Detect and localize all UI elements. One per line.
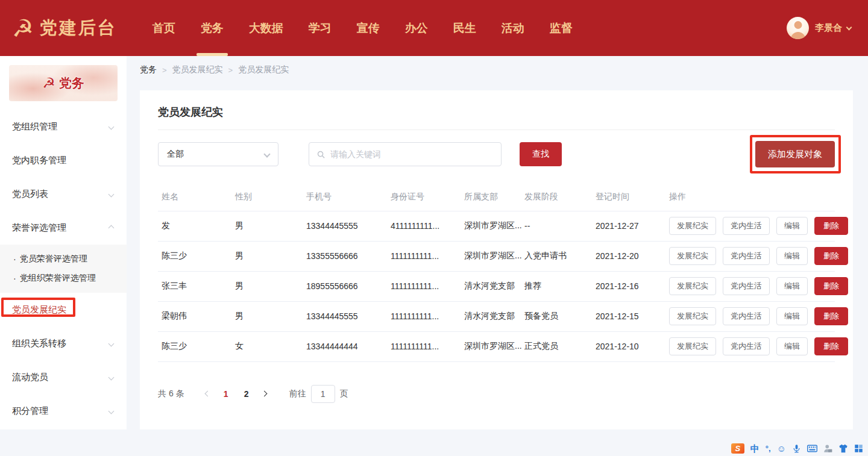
nav-item-office[interactable]: 办公: [392, 0, 441, 56]
breadcrumb-root[interactable]: 党务: [140, 64, 157, 75]
development-record-button[interactable]: 发展纪实: [669, 217, 716, 235]
cell-gender: 男: [231, 211, 303, 241]
pagination-total: 共 6 条: [158, 389, 184, 399]
next-page-button[interactable]: [257, 392, 272, 396]
cell-date: 2021-12-15: [592, 301, 665, 331]
sogou-ime-icon[interactable]: S: [731, 443, 744, 454]
sidebar-item-label: 积分管理: [12, 405, 48, 417]
page-title: 党员发展纪实: [158, 105, 835, 119]
chevron-up-icon: [108, 225, 115, 231]
page-1-button[interactable]: 1: [216, 389, 236, 399]
toolbox-grid-icon[interactable]: [854, 444, 863, 453]
delete-button[interactable]: 删除: [814, 217, 848, 235]
edit-button[interactable]: 编辑: [776, 307, 808, 325]
ime-punctuation-icon[interactable]: °,: [766, 445, 771, 452]
nav-item-supervision[interactable]: 监督: [537, 0, 585, 56]
skin-icon[interactable]: [838, 444, 848, 453]
keyboard-icon[interactable]: [807, 445, 817, 452]
col-header-id-card: 身份证号: [387, 183, 461, 211]
cell-phone: 13344444444: [303, 331, 387, 361]
sidebar-item-label: 流动党员: [12, 372, 48, 383]
row-actions: 发展纪实 党内生活 编辑 删除: [669, 272, 835, 301]
cell-phone: 18955556666: [303, 271, 387, 301]
sidebar-item-member-list[interactable]: 党员列表: [0, 177, 127, 211]
delete-button[interactable]: 删除: [814, 247, 848, 265]
sidebar-item-party-org-mgmt[interactable]: 党组织管理: [0, 110, 127, 143]
sidebar-item-honor-selection-mgmt[interactable]: 荣誉评选管理: [0, 211, 127, 245]
sidebar-item-party-position-mgmt[interactable]: 党内职务管理: [0, 143, 127, 177]
sidebar-banner-label: 党务: [59, 75, 84, 92]
sidebar-subitem-org-honor[interactable]: 党组织荣誉评选管理: [0, 269, 127, 288]
avatar[interactable]: [787, 17, 809, 39]
party-life-button[interactable]: 党内生活: [723, 277, 770, 295]
goto-page-input[interactable]: [311, 385, 335, 403]
edit-button[interactable]: 编辑: [776, 217, 808, 235]
party-emblem-icon: ☭: [42, 75, 55, 92]
username: 李景合: [815, 22, 842, 34]
delete-button[interactable]: 删除: [814, 277, 848, 295]
development-record-button[interactable]: 发展纪实: [669, 307, 716, 325]
nav-item-livelihood[interactable]: 民生: [441, 0, 489, 56]
edit-button[interactable]: 编辑: [776, 247, 808, 265]
cell-id-card: 1111111111...: [387, 271, 461, 301]
category-select[interactable]: 全部: [158, 142, 278, 166]
sidebar-submenu: 党员荣誉评选管理 党组织荣誉评选管理: [0, 245, 127, 293]
members-table: 姓名 性别 手机号 身份证号 所属支部 发展阶段 登记时间 操作 发 男 133…: [158, 183, 835, 362]
cell-name: 陈三少: [158, 331, 231, 361]
app-logo[interactable]: ☭ 党建后台: [0, 16, 117, 40]
sidebar-subitem-label: 党组织荣誉评选管理: [20, 273, 96, 284]
cell-stage: 正式党员: [521, 331, 592, 361]
cell-id-card: 1111111111...: [387, 331, 461, 361]
development-record-button[interactable]: 发展纪实: [669, 337, 716, 355]
chevron-left-icon: [205, 391, 211, 397]
cell-date: 2021-12-27: [592, 211, 665, 241]
sidebar-item-points-mgmt[interactable]: 积分管理: [0, 394, 127, 428]
delete-button[interactable]: 删除: [814, 337, 848, 355]
sidebar-item-label: 党内职务管理: [12, 155, 66, 166]
search-button[interactable]: 查找: [520, 142, 562, 166]
ime-language-mode-icon[interactable]: 中: [750, 444, 760, 453]
sidebar: ☭ 党务 党组织管理 党内职务管理 党员列表 荣誉评选管理 党员荣誉评选管理 党…: [0, 56, 127, 429]
user-mode-icon[interactable]: [823, 444, 832, 453]
nav-item-study[interactable]: 学习: [296, 0, 344, 56]
breadcrumb-level-2[interactable]: 党员发展纪实: [172, 64, 223, 75]
table-row: 陈三少 男 13355556666 1111111111... 深圳市罗湖区..…: [158, 241, 835, 271]
chevron-down-icon: [108, 123, 115, 130]
nav-item-party-affairs[interactable]: 党务: [188, 0, 236, 56]
nav-item-big-data[interactable]: 大数据: [236, 0, 296, 56]
emoji-icon[interactable]: ☺: [777, 444, 786, 453]
cell-name: 梁朝伟: [158, 301, 231, 331]
pagination: 共 6 条 1 2 前往 页: [158, 385, 835, 403]
nav-item-activity[interactable]: 活动: [489, 0, 537, 56]
nav-item-publicity[interactable]: 宣传: [344, 0, 392, 56]
page-2-button[interactable]: 2: [236, 389, 257, 399]
sidebar-item-mobile-members[interactable]: 流动党员: [0, 360, 127, 394]
search-input[interactable]: [330, 149, 494, 159]
development-record-button[interactable]: 发展纪实: [669, 247, 716, 265]
delete-button[interactable]: 删除: [814, 307, 848, 325]
search-box[interactable]: [309, 142, 502, 166]
user-menu[interactable]: 李景合: [787, 17, 851, 39]
edit-button[interactable]: 编辑: [776, 277, 808, 295]
party-life-button[interactable]: 党内生活: [723, 217, 770, 235]
add-button-wrap: 添加发展对象: [755, 141, 835, 167]
divider: [158, 130, 835, 130]
sidebar-item-org-relation-transfer[interactable]: 组织关系转移: [0, 326, 127, 360]
sidebar-item-member-development[interactable]: 党员发展纪实: [0, 293, 127, 326]
party-life-button[interactable]: 党内生活: [723, 307, 770, 325]
chevron-down-icon: [263, 151, 270, 157]
cell-gender: 男: [231, 271, 303, 301]
cell-id-card: 1111111111...: [387, 301, 461, 331]
party-life-button[interactable]: 党内生活: [723, 337, 770, 355]
row-actions: 发展纪实 党内生活 编辑 删除: [669, 242, 835, 271]
development-record-button[interactable]: 发展纪实: [669, 277, 716, 295]
edit-button[interactable]: 编辑: [776, 337, 808, 355]
add-development-target-button[interactable]: 添加发展对象: [755, 141, 835, 167]
cell-name: 发: [158, 211, 231, 241]
prev-page-button[interactable]: [200, 392, 216, 396]
party-life-button[interactable]: 党内生活: [723, 247, 770, 265]
microphone-icon[interactable]: [792, 444, 801, 453]
chevron-down-icon: [108, 191, 115, 197]
sidebar-subitem-member-honor[interactable]: 党员荣誉评选管理: [0, 249, 127, 269]
nav-item-home[interactable]: 首页: [140, 0, 188, 56]
